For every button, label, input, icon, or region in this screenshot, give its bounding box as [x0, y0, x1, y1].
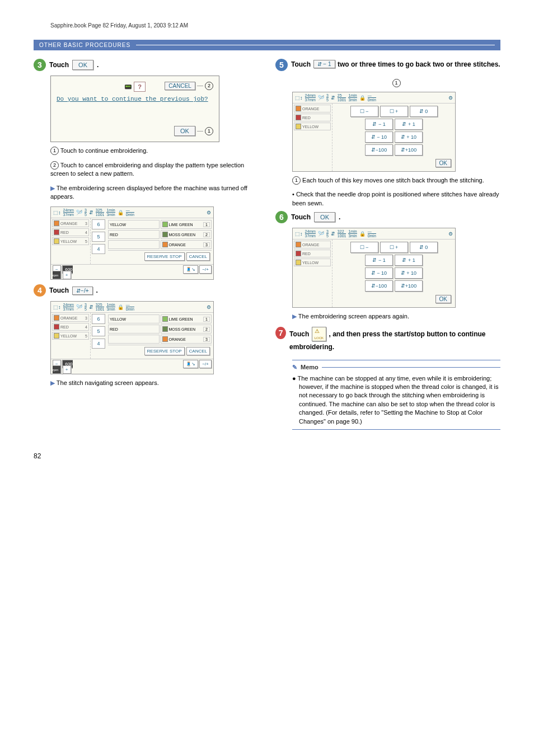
step-6-end: . [339, 213, 340, 221]
color-cell[interactable] [108, 240, 160, 249]
color-cell[interactable]: LIME GREEN1 [161, 220, 212, 229]
thread-item[interactable]: RED [294, 250, 331, 257]
plus-button[interactable]: + [63, 365, 71, 374]
thread-item[interactable]: RED [294, 114, 331, 121]
left-column: 3 Touch OK . 📟 ? CANCEL — 2 Do you want … [34, 59, 259, 435]
memo-box: ✎ Memo The machine can be stopped at any… [292, 360, 500, 430]
thread-item[interactable]: ORANGE [294, 241, 331, 248]
zero-button[interactable]: ⇵ 0 [410, 106, 438, 117]
memo-icon: ✎ [292, 364, 297, 371]
thread-item[interactable]: RED4 [52, 323, 89, 331]
ok-button-inline[interactable]: OK [72, 60, 93, 70]
step-badge-3: 3 [34, 59, 46, 71]
arrow-note-3: The embroidering screen appears again. [292, 312, 500, 321]
needle-num[interactable]: 5 [92, 326, 105, 336]
minus-1-button[interactable]: ⇵ − 1 [365, 119, 393, 130]
plus-10-button[interactable]: ⇵ + 10 [395, 267, 423, 279]
machine-icon: 📟 [124, 83, 132, 90]
zero-button[interactable]: ⇵ 0 [410, 242, 438, 253]
color-cell[interactable]: RED [108, 230, 160, 239]
plus-1-button[interactable]: ⇵ + 1 [395, 119, 423, 130]
nav-toggle-button-inline[interactable]: ⇵−/+ [72, 287, 92, 295]
color-cell[interactable]: ORANGE3 [161, 240, 212, 249]
color-cell[interactable]: ORANGE3 [161, 335, 212, 344]
thread-item[interactable]: YELLOW5 [52, 237, 89, 245]
plus-10-button[interactable]: ⇵ + 10 [395, 132, 423, 143]
sheet-minus-button[interactable]: ☐ − [350, 106, 378, 117]
needle-icon: 🪡 [76, 210, 82, 215]
minus-100-button[interactable]: ⇵−100 [365, 144, 393, 156]
needle-num[interactable]: 4 [92, 339, 105, 349]
question-icon: ? [134, 82, 146, 92]
color-cell[interactable]: MOSS GREEN2 [161, 230, 212, 239]
nav-toggle-button[interactable]: −/+ [199, 265, 212, 274]
plus-100-button[interactable]: ⇵+100 [395, 280, 423, 292]
embroidering-screen-1: ⬚↕ 24mm 37mm 🪡 3 5 ⇵ 325 1001 [50, 206, 214, 280]
step-7-text: Touch [289, 330, 309, 338]
ok-button-inline[interactable]: OK [314, 212, 335, 222]
callout-1: 1 [205, 127, 213, 135]
thread-item[interactable]: ORANGE [294, 105, 331, 112]
cancel-button[interactable]: CANCEL [186, 252, 210, 261]
needle-num[interactable]: 6 [92, 314, 105, 324]
minus-10-button[interactable]: ⇵ − 10 [365, 132, 393, 143]
callout-1-top: 1 [392, 79, 401, 87]
thread-item[interactable]: RED4 [52, 228, 89, 236]
step-5-text: Touch [291, 60, 311, 68]
nav-toggle-button[interactable]: −/+ [199, 360, 212, 368]
ok-button[interactable]: OK [435, 159, 451, 167]
memo-title: Memo [301, 364, 318, 370]
dimensions: 24mm 37mm [63, 208, 74, 217]
minus-1-button-inline[interactable]: ⇵ − 1 [313, 60, 335, 68]
plus-100-button[interactable]: ⇵+100 [395, 144, 423, 156]
color-cell[interactable] [108, 335, 160, 344]
needle-num[interactable]: 6 [92, 219, 105, 229]
note-1: 1 Touch to continue embroidering. [50, 147, 259, 155]
needle-num[interactable]: 5 [92, 232, 105, 242]
needle-num[interactable]: 4 [92, 244, 105, 254]
plus-1-button[interactable]: ⇵ + 1 [395, 255, 423, 266]
step-badge-4: 4 [34, 284, 46, 297]
sheet-minus-button[interactable]: ☐ − [350, 242, 378, 253]
settings-icon[interactable]: ⚙ [207, 210, 211, 215]
callout-2: 2 [205, 82, 213, 90]
color-cell[interactable]: RED [108, 325, 160, 334]
thread-item[interactable]: YELLOW [294, 259, 331, 266]
reserve-stop-button[interactable]: RESERVE STOP [144, 252, 185, 261]
step-3-text: Touch [49, 61, 69, 69]
minus-100-button[interactable]: ⇵−100 [365, 280, 393, 292]
step-6: 6 Touch OK . [275, 211, 500, 223]
sheet-plus-button[interactable]: ☐ + [380, 106, 408, 117]
cancel-button[interactable]: CANCEL [165, 82, 195, 90]
ok-button[interactable]: OK [174, 126, 195, 136]
thread-item[interactable]: YELLOW [294, 123, 331, 130]
lock-button-inline[interactable]: ⚠LOCK [312, 327, 326, 341]
note-5-1: 1 Each touch of this key moves one stitc… [292, 176, 500, 185]
dialog-message: Do you want to continue the previous job… [57, 95, 213, 104]
thread-item[interactable]: YELLOW5 [52, 332, 89, 340]
color-cell[interactable]: MOSS GREEN2 [161, 325, 212, 334]
thread-item[interactable]: ORANGE3 [52, 314, 89, 322]
divider [322, 367, 500, 368]
note-5-bullet: Check that the needle drop point is posi… [292, 190, 500, 208]
thread-item[interactable]: ORANGE3 [52, 219, 89, 227]
sheet-plus-button[interactable]: ☐ + [380, 242, 408, 253]
book-header: Sapphire.book Page 82 Friday, August 1, … [50, 22, 500, 29]
step-badge-5: 5 [275, 59, 288, 71]
plus-button[interactable]: + [63, 271, 71, 279]
ok-button[interactable]: OK [435, 295, 451, 303]
spool-button[interactable]: 🧵↘ [183, 360, 198, 368]
stitch-icon: ⇵ [89, 210, 93, 215]
step-5-mid: two or three times to go back two or thr… [338, 60, 500, 68]
color-cell[interactable]: LIME GREEN1 [161, 314, 212, 323]
cancel-button[interactable]: CANCEL [186, 347, 210, 355]
color-cell[interactable]: YELLOW [108, 220, 160, 229]
reserve-stop-button[interactable]: RESERVE STOP [144, 347, 185, 355]
color-cell[interactable]: YELLOW [108, 314, 160, 323]
spool-button[interactable]: 🧵↘ [183, 265, 198, 274]
minus-1-button[interactable]: ⇵ − 1 [365, 255, 393, 266]
stitch-nav-screen-1: ⬚↕ 24mm37mm 🪡 35 ⇵ 251001 1min3min 🔒 —0m… [292, 92, 456, 172]
section-title: OTHER BASIC PROCEDURES [39, 42, 130, 48]
minus-10-button[interactable]: ⇵ − 10 [365, 267, 393, 279]
thread-list: ORANGE3 RED4 YELLOW5 [51, 218, 91, 264]
